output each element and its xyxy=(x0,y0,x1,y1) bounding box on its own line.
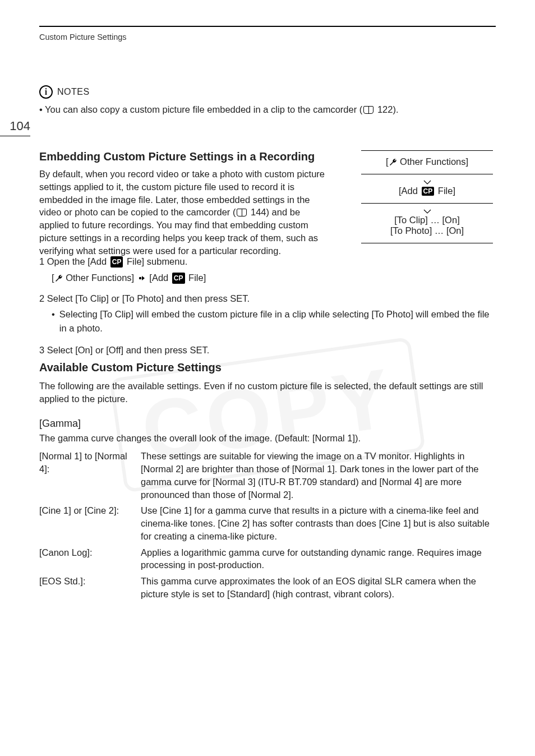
step-1: 1 Open the [Add CP File] submenu. xyxy=(39,255,496,269)
notes-text-pre: You can also copy a custom picture file … xyxy=(45,104,362,114)
step-1-sub: [ Other Functions] [Add CP File] xyxy=(52,271,496,286)
step-3: 3 Select [On] or [Off] and then press SE… xyxy=(39,343,496,357)
section-available: Available Custom Picture Settings The fo… xyxy=(39,361,496,601)
page-number-block: 104 xyxy=(0,119,30,136)
menu-row3a: [To Clip] … [On] xyxy=(363,215,491,225)
gamma-definitions: [Normal 1] to [Normal 4]: These settings… xyxy=(39,450,496,600)
menu-row2-post: File] xyxy=(435,186,455,196)
page-number-rule xyxy=(0,136,30,136)
embedding-paragraph: By default, when you record video or tak… xyxy=(39,168,332,257)
menu-row-2: [Add CP File] xyxy=(361,174,493,203)
bullet-dot: • xyxy=(52,307,55,335)
def-desc: These settings are suitable for viewing … xyxy=(141,450,496,501)
top-rule xyxy=(39,26,496,27)
cp-icon: CP xyxy=(110,256,123,268)
menu-path-box: [ Other Functions] [Add CP File] [To Cli… xyxy=(361,150,493,243)
section-embedding: Embedding Custom Picture Settings in a R… xyxy=(39,150,332,257)
embed-para-ref: 144 xyxy=(251,207,266,217)
gamma-body: The gamma curve changes the overall look… xyxy=(39,432,496,445)
notes-heading: i NOTES xyxy=(39,85,496,99)
step-2: 2 Select [To Clip] or [To Photo] and the… xyxy=(39,292,496,306)
menu-row-1: [ Other Functions] xyxy=(361,150,493,174)
available-intro: The following are the available settings… xyxy=(39,380,496,405)
wrench-icon xyxy=(54,273,63,282)
cp-icon: CP xyxy=(422,187,435,196)
info-icon: i xyxy=(39,85,53,99)
notes-bullet: • You can also copy a custom picture fil… xyxy=(39,103,496,116)
book-icon xyxy=(237,209,247,216)
def-term: [Canon Log]: xyxy=(39,546,137,572)
step1-sub-mid1: Other Functions] xyxy=(63,273,137,283)
embedding-heading: Embedding Custom Picture Settings in a R… xyxy=(39,150,332,163)
notes-text-post: ). xyxy=(393,104,398,114)
def-desc: Applies a logarithmic gamma curve for ou… xyxy=(141,546,496,572)
bullet-dot: • xyxy=(39,104,43,114)
chevron-down-icon xyxy=(423,209,431,214)
available-heading: Available Custom Picture Settings xyxy=(39,361,496,374)
cp-icon: CP xyxy=(172,273,185,284)
step1-sub-mid2: [Add xyxy=(147,273,171,283)
gamma-heading: [Gamma] xyxy=(39,418,496,430)
step1-sub-post: File] xyxy=(186,273,206,283)
wrench-icon xyxy=(389,158,398,167)
def-row: [Normal 1] to [Normal 4]: These settings… xyxy=(39,450,496,501)
steps-block: 1 Open the [Add CP File] submenu. [ Othe… xyxy=(39,255,496,357)
step-2-bullet-text: Selecting [To Clip] will embed the custo… xyxy=(59,307,496,335)
step1-post: File] submenu. xyxy=(124,256,187,266)
menu-row3b: [To Photo] … [On] xyxy=(363,225,491,236)
notes-label: NOTES xyxy=(57,87,90,97)
def-row: [Cine 1] or [Cine 2]: Use [Cine 1] for a… xyxy=(39,504,496,542)
def-desc: Use [Cine 1] for a gamma curve that resu… xyxy=(141,504,496,542)
def-term: [EOS Std.]: xyxy=(39,575,137,601)
page: COPY Custom Picture Settings 104 i NOTES… xyxy=(0,0,535,756)
header-section-label: Custom Picture Settings xyxy=(39,33,127,42)
notes-block: i NOTES • You can also copy a custom pic… xyxy=(39,85,496,116)
def-term: [Cine 1] or [Cine 2]: xyxy=(39,504,137,542)
menu-row-3: [To Clip] … [On] [To Photo] … [On] xyxy=(361,203,493,243)
notes-page-ref: 122 xyxy=(377,104,393,114)
breadcrumb-arrow-icon xyxy=(138,272,146,286)
def-desc: This gamma curve approximates the look o… xyxy=(141,575,496,601)
chevron-down-icon xyxy=(423,180,431,185)
step1-pre: 1 Open the [Add xyxy=(39,256,109,266)
book-icon xyxy=(363,106,373,114)
menu-row1-label: Other Functions] xyxy=(398,156,469,167)
page-number: 104 xyxy=(0,119,30,133)
def-row: [Canon Log]: Applies a logarithmic gamma… xyxy=(39,546,496,572)
menu-row2-pre: [Add xyxy=(399,186,421,196)
svg-point-0 xyxy=(139,277,141,279)
step-2-bullet: • Selecting [To Clip] will embed the cus… xyxy=(52,307,496,335)
def-term: [Normal 1] to [Normal 4]: xyxy=(39,450,137,501)
def-row: [EOS Std.]: This gamma curve approximate… xyxy=(39,575,496,601)
